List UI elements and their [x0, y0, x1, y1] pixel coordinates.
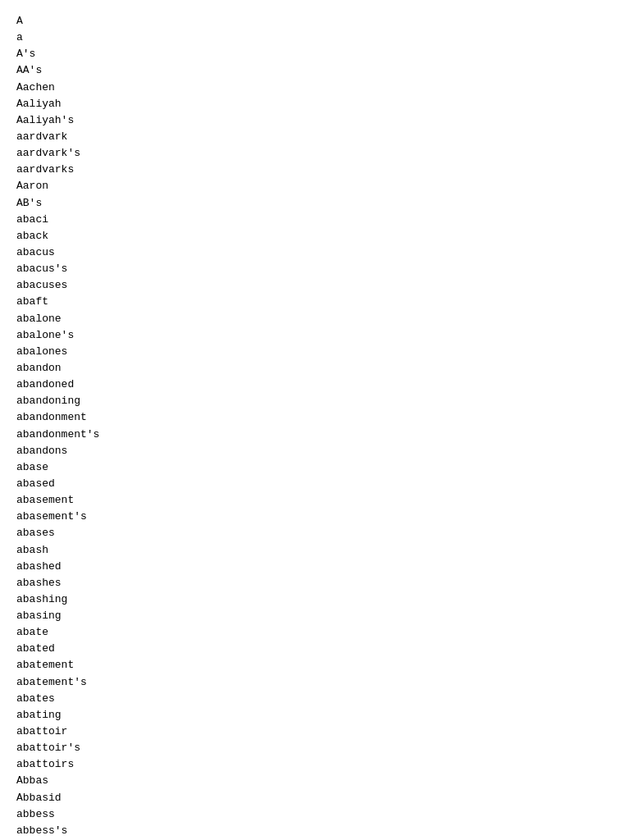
list-item: abandon: [16, 360, 614, 377]
list-item: abashing: [16, 591, 614, 608]
list-item: a: [16, 30, 614, 46]
list-item: abasing: [16, 608, 614, 624]
list-item: abaft: [16, 294, 614, 310]
list-item: abated: [16, 641, 614, 657]
list-item: abases: [16, 525, 614, 541]
list-item: abacuses: [16, 277, 614, 294]
list-item: abandons: [16, 443, 614, 459]
list-item: abashed: [16, 559, 614, 575]
list-item: Aaliyah's: [16, 112, 614, 129]
list-item: Aaron: [16, 178, 614, 194]
list-item: abbess's: [16, 823, 614, 839]
list-item: abaci: [16, 212, 614, 228]
list-item: aardvark: [16, 129, 614, 145]
list-item: abandonment: [16, 409, 614, 426]
list-item: abalone: [16, 311, 614, 327]
list-item: abatement's: [16, 674, 614, 691]
list-item: abattoir's: [16, 740, 614, 756]
list-item: Aachen: [16, 80, 614, 96]
list-item: abasement: [16, 492, 614, 509]
list-item: abacus's: [16, 261, 614, 277]
list-item: abash: [16, 542, 614, 559]
list-item: abating: [16, 707, 614, 724]
list-item: abandoning: [16, 393, 614, 409]
list-item: abandonment's: [16, 427, 614, 443]
word-list: AaA'sAA'sAachenAaliyahAaliyah'saardvarka…: [16, 13, 614, 840]
list-item: abalones: [16, 344, 614, 360]
list-item: abattoir: [16, 724, 614, 740]
list-item: AA's: [16, 62, 614, 79]
list-item: abased: [16, 476, 614, 492]
list-item: abattoirs: [16, 756, 614, 773]
list-item: Abbas: [16, 773, 614, 789]
list-item: abatement: [16, 657, 614, 673]
list-item: A's: [16, 46, 614, 62]
list-item: abasement's: [16, 509, 614, 525]
list-item: Abbasid: [16, 790, 614, 806]
list-item: abate: [16, 624, 614, 641]
list-item: aardvarks: [16, 162, 614, 178]
list-item: Aaliyah: [16, 96, 614, 112]
list-item: abbess: [16, 806, 614, 823]
list-item: A: [16, 13, 614, 30]
list-item: abashes: [16, 575, 614, 591]
list-item: abase: [16, 459, 614, 476]
list-item: aardvark's: [16, 145, 614, 162]
list-item: aback: [16, 228, 614, 244]
list-item: abalone's: [16, 327, 614, 344]
list-item: abates: [16, 691, 614, 707]
list-item: abandoned: [16, 377, 614, 393]
list-item: abacus: [16, 244, 614, 261]
list-item: AB's: [16, 195, 614, 212]
